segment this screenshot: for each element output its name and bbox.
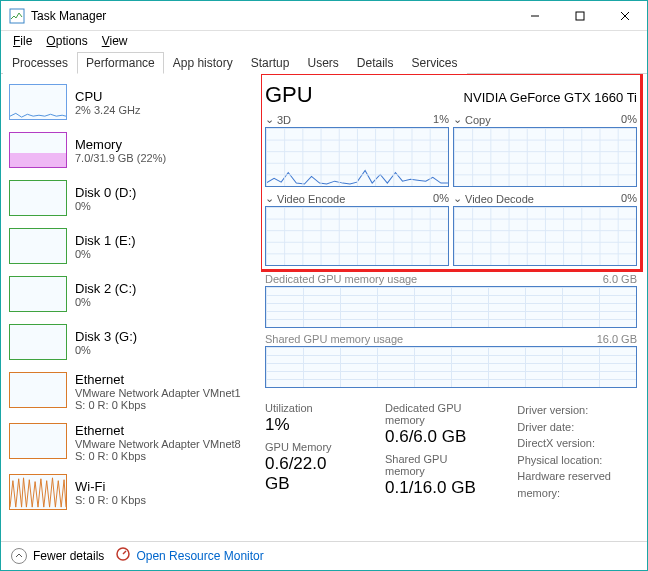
panel-shared-mem: Shared GPU memory usage16.0 GB [265,332,637,388]
resource-monitor-icon [116,547,130,564]
stat-label: Shared GPU memory [385,453,487,477]
disk-thumb [9,276,67,312]
sidebar-item-disk1[interactable]: Disk 1 (E:)0% [5,224,257,272]
sidebar-item-wifi[interactable]: Wi-FiS: 0 R: 0 Kbps [5,470,257,518]
svg-rect-2 [576,12,584,20]
sidebar-item-sub: 0% [75,200,136,212]
sidebar-item-label: Memory [75,137,166,152]
sidebar-item-label: Disk 3 (G:) [75,329,137,344]
tab-app-history[interactable]: App history [164,52,242,74]
minimize-button[interactable] [512,1,557,31]
stat-label: Driver date: [517,419,637,436]
stat-label: Driver version: [517,402,637,419]
sidebar-item-sub2: S: 0 R: 0 Kbps [75,494,146,506]
stat-value: 0.6/6.0 GB [385,427,487,447]
tab-processes[interactable]: Processes [3,52,77,74]
sidebar-item-ethernet2[interactable]: EthernetVMware Network Adapter VMnet8S: … [5,419,257,470]
stat-value: 0.6/22.0 GB [265,454,355,494]
eth-thumb [9,372,67,408]
sidebar-item-label: Disk 1 (E:) [75,233,136,248]
sidebar-item-label: Wi-Fi [75,479,146,494]
memory-thumb [9,132,67,168]
sidebar-item-sub: VMware Network Adapter VMnet1 [75,387,241,399]
sidebar-item-ethernet1[interactable]: EthernetVMware Network Adapter VMnet1S: … [5,368,257,419]
panel-dedicated-mem: Dedicated GPU memory usage6.0 GB [265,272,637,328]
stat-label: DirectX version: [517,435,637,452]
cpu-thumb [9,84,67,120]
disk-thumb [9,228,67,264]
sidebar-item-memory[interactable]: Memory7.0/31.9 GB (22%) [5,128,257,176]
sidebar-item-disk2[interactable]: Disk 2 (C:)0% [5,272,257,320]
sidebar-item-label: CPU [75,89,140,104]
bottom-bar: Fewer details Open Resource Monitor [1,541,647,569]
fewer-details-button[interactable]: Fewer details [33,549,104,563]
stat-value: 1% [265,415,355,435]
sidebar-item-sub2: S: 0 R: 0 Kbps [75,450,241,462]
tab-performance[interactable]: Performance [77,52,164,74]
titlebar: Task Manager [1,1,647,31]
sidebar-item-cpu[interactable]: CPU2% 3.24 GHz [5,80,257,128]
maximize-button[interactable] [557,1,602,31]
window-title: Task Manager [31,9,512,23]
menu-options[interactable]: Options [40,32,93,50]
sidebar-item-disk0[interactable]: Disk 0 (D:)0% [5,176,257,224]
sidebar-item-sub: VMware Network Adapter VMnet8 [75,438,241,450]
stat-label: Utilization [265,402,355,414]
main-panel: GPU NVIDIA GeForce GTX 1660 Ti ⌄3D1% ⌄Co… [261,74,647,541]
sidebar-item-label: Disk 0 (D:) [75,185,136,200]
tab-services[interactable]: Services [403,52,467,74]
panel-max: 6.0 GB [603,273,637,285]
panel-max: 16.0 GB [597,333,637,345]
menu-view[interactable]: View [96,32,134,50]
tab-startup[interactable]: Startup [242,52,299,74]
sidebar-item-label: Ethernet [75,423,241,438]
eth-thumb [9,423,67,459]
stat-value: 0.1/16.0 GB [385,478,487,498]
tab-users[interactable]: Users [298,52,347,74]
svg-line-6 [123,551,126,554]
menu-file[interactable]: File [7,32,38,50]
disk-thumb [9,180,67,216]
sidebar-item-sub: 2% 3.24 GHz [75,104,140,116]
sidebar-item-sub2: S: 0 R: 0 Kbps [75,399,241,411]
panel-label: Dedicated GPU memory usage [265,273,417,285]
close-button[interactable] [602,1,647,31]
sidebar-item-sub: 0% [75,248,136,260]
stat-label: Dedicated GPU memory [385,402,487,426]
wifi-thumb [9,474,67,510]
sidebar-item-label: Disk 2 (C:) [75,281,136,296]
stat-label: GPU Memory [265,441,355,453]
sidebar-item-disk3[interactable]: Disk 3 (G:)0% [5,320,257,368]
disk-thumb [9,324,67,360]
menubar: File Options View [1,31,647,51]
stat-label: Hardware reserved memory: [517,468,637,501]
tab-details[interactable]: Details [348,52,403,74]
sidebar-item-label: Ethernet [75,372,241,387]
sidebar-item-sub: 0% [75,344,137,356]
panel-label: Shared GPU memory usage [265,333,403,345]
tabs: Processes Performance App history Startu… [1,51,647,74]
chevron-up-icon[interactable] [11,548,27,564]
stat-label: Physical location: [517,452,637,469]
sidebar: CPU2% 3.24 GHz Memory7.0/31.9 GB (22%) D… [1,74,261,541]
sidebar-item-sub: 7.0/31.9 GB (22%) [75,152,166,164]
app-icon [9,8,25,24]
open-resource-monitor-link[interactable]: Open Resource Monitor [136,549,263,563]
sidebar-item-sub: 0% [75,296,136,308]
